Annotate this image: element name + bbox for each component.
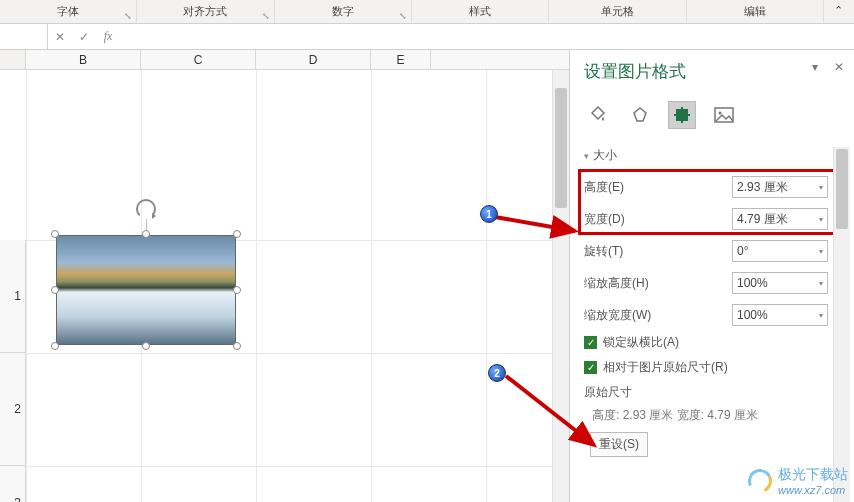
col-header-e[interactable]: E <box>371 50 431 69</box>
height-input[interactable]: 2.93 厘米 <box>732 176 828 198</box>
fill-tab-icon[interactable] <box>584 101 612 129</box>
relative-original-checkbox[interactable]: ✓ <box>584 361 597 374</box>
resize-handle[interactable] <box>142 342 150 350</box>
ribbon-group-styles: 样式 <box>412 0 549 23</box>
pane-close-icon[interactable]: ✕ <box>834 60 844 74</box>
width-label: 宽度(D) <box>584 211 732 228</box>
pane-title: 设置图片格式 <box>584 60 846 83</box>
fx-icon[interactable]: fx <box>96 29 120 44</box>
ribbon-group-editing: 编辑 <box>687 0 824 23</box>
watermark-url: www.xz7.com <box>778 484 848 496</box>
pane-options-icon[interactable]: ▾ <box>812 60 818 74</box>
row-header-3[interactable]: 3 <box>0 466 26 502</box>
original-size-values: 高度: 2.93 厘米 宽度: 4.79 厘米 <box>592 407 846 424</box>
reset-button[interactable]: 重设(S) <box>590 432 648 457</box>
picture-tab-icon[interactable] <box>710 101 738 129</box>
rotation-label: 旋转(T) <box>584 243 732 260</box>
row-header-1[interactable]: 1 <box>0 240 26 353</box>
size-tab-icon[interactable] <box>668 101 696 129</box>
resize-handle[interactable] <box>233 230 241 238</box>
scale-width-input[interactable]: 100% <box>732 304 828 326</box>
name-box[interactable] <box>0 24 48 49</box>
lock-aspect-label: 锁定纵横比(A) <box>603 334 679 351</box>
relative-original-label: 相对于图片原始尺寸(R) <box>603 359 728 376</box>
confirm-icon[interactable]: ✓ <box>72 30 96 44</box>
resize-handle[interactable] <box>142 230 150 238</box>
svg-point-3 <box>719 112 722 115</box>
selected-picture[interactable] <box>56 235 236 345</box>
ribbon-group-cells: 单元格 <box>549 0 686 23</box>
resize-handle[interactable] <box>51 342 59 350</box>
col-header-d[interactable]: D <box>256 50 371 69</box>
resize-handle[interactable] <box>51 230 59 238</box>
watermark: 极光下载站 www.xz7.com <box>748 466 848 496</box>
cancel-icon[interactable]: ✕ <box>48 30 72 44</box>
scale-height-label: 缩放高度(H) <box>584 275 732 292</box>
width-input[interactable]: 4.79 厘米 <box>732 208 828 230</box>
effects-tab-icon[interactable] <box>626 101 654 129</box>
col-header-c[interactable]: C <box>141 50 256 69</box>
col-header-b[interactable]: B <box>26 50 141 69</box>
pane-vertical-scrollbar[interactable] <box>833 147 850 502</box>
resize-handle[interactable] <box>51 286 59 294</box>
row-header-2[interactable]: 2 <box>0 353 26 466</box>
watermark-text: 极光下载站 <box>778 466 848 484</box>
size-section-header[interactable]: 大小 <box>584 147 846 164</box>
dialog-launcher-icon[interactable]: ⤡ <box>124 11 132 21</box>
resize-handle[interactable] <box>233 286 241 294</box>
watermark-logo-icon <box>745 466 776 497</box>
dialog-launcher-icon[interactable]: ⤡ <box>262 11 270 21</box>
rotate-handle-icon[interactable] <box>136 199 156 219</box>
height-label: 高度(E) <box>584 179 732 196</box>
ribbon-group-font: 字体⤡ <box>0 0 137 23</box>
format-picture-pane: 设置图片格式 ▾ ✕ 大小 高度(E) 2.93 厘米 <box>569 50 854 502</box>
ribbon-group-number: 数字⤡ <box>275 0 412 23</box>
formula-input[interactable] <box>120 24 854 49</box>
dialog-launcher-icon[interactable]: ⤡ <box>399 11 407 21</box>
select-all-corner[interactable] <box>0 50 26 69</box>
lock-aspect-checkbox[interactable]: ✓ <box>584 336 597 349</box>
spreadsheet: B C D E 1 2 3 <box>0 50 569 502</box>
vertical-scrollbar[interactable] <box>552 70 569 502</box>
formula-bar: ✕ ✓ fx <box>0 24 854 50</box>
resize-handle[interactable] <box>233 342 241 350</box>
svg-marker-0 <box>634 108 646 121</box>
ribbon-groups: 字体⤡ 对齐方式⤡ 数字⤡ 样式 单元格 编辑 ⌃ <box>0 0 854 24</box>
ribbon-group-alignment: 对齐方式⤡ <box>137 0 274 23</box>
original-size-label: 原始尺寸 <box>584 384 846 401</box>
scale-width-label: 缩放宽度(W) <box>584 307 732 324</box>
scale-height-input[interactable]: 100% <box>732 272 828 294</box>
rotation-input[interactable]: 0° <box>732 240 828 262</box>
ribbon-collapse-icon[interactable]: ⌃ <box>824 0 854 23</box>
